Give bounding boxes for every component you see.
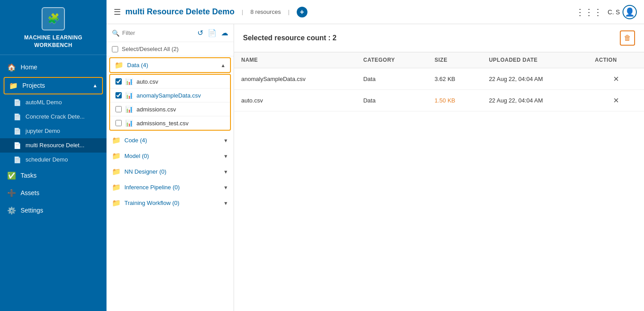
remove-button[interactable]: ✕: [595, 75, 637, 83]
concrete-label: Concrete Crack Dete...: [26, 113, 85, 120]
user-avatar[interactable]: 👤: [623, 5, 637, 19]
list-item: 📊 admissions_test.csv: [110, 116, 230, 130]
cell-date: 22 Aug 22, 04:04 AM: [482, 68, 588, 90]
sidebar: 🧩 MACHINE LEARNING WORKBENCH 🏠 Home 📁 Pr…: [0, 0, 107, 311]
sidebar-home-label: Home: [21, 64, 37, 71]
upload-file-icon[interactable]: 📄: [208, 29, 217, 37]
table-row: anomalySampleData.csv Data 3.62 KB 22 Au…: [234, 68, 644, 90]
sidebar-item-settings[interactable]: ⚙️ Settings: [0, 202, 107, 219]
file-name-auto: auto.csv: [136, 78, 225, 85]
file-list: 📁 Data (4) ▲ 📊 auto.csv 📊 anomalySampleD…: [107, 56, 234, 311]
doc-icon: 📄: [13, 156, 21, 163]
category-header-data[interactable]: 📁 Data (4) ▲: [109, 57, 231, 73]
doc-icon: 📄: [13, 142, 21, 149]
cell-action: ✕: [588, 90, 644, 111]
menu-icon[interactable]: ☰: [114, 7, 121, 17]
projects-icon: 📁: [9, 81, 18, 90]
col-category: CATEGORY: [356, 52, 427, 68]
list-item: 📊 anomalySampleData.csv: [110, 89, 230, 102]
nn-designer-category-label: NN Designer (0): [124, 168, 166, 175]
file-checkbox-admissions[interactable]: [115, 106, 122, 112]
select-all-checkbox[interactable]: [112, 46, 118, 52]
delete-button[interactable]: 🗑: [620, 30, 635, 46]
tasks-icon: ✅: [7, 171, 16, 180]
sidebar-item-concrete[interactable]: 📄 Concrete Crack Dete...: [0, 110, 107, 124]
folder-icon: 📁: [112, 136, 121, 145]
tasks-label: Tasks: [21, 172, 37, 179]
cell-category: Data: [356, 90, 427, 111]
right-panel: Selected resource count : 2 🗑 NAME CATEG…: [234, 24, 644, 311]
select-all-row: Select/Deselect All (2): [107, 42, 234, 56]
grid-icon[interactable]: ⋮⋮⋮: [576, 7, 602, 17]
file-icon: 📊: [125, 106, 133, 113]
filter-input[interactable]: [122, 30, 193, 36]
col-action: ACTION: [588, 52, 644, 68]
assets-icon: ➕: [7, 189, 16, 197]
table-container: NAME CATEGORY SIZE UPLOADED DATE ACTION …: [234, 52, 644, 311]
sidebar-item-projects[interactable]: 📁 Projects ▲: [4, 77, 103, 94]
automl-label: autoML Demo: [26, 99, 62, 106]
table-body: anomalySampleData.csv Data 3.62 KB 22 Au…: [234, 68, 644, 111]
category-header-code[interactable]: 📁 Code (4) ▼: [107, 132, 234, 148]
file-icon: 📊: [125, 78, 133, 85]
sidebar-item-home[interactable]: 🏠 Home: [0, 59, 107, 76]
table-header-row: NAME CATEGORY SIZE UPLOADED DATE ACTION: [234, 52, 644, 68]
jupyter-label: jupyter Demo: [26, 128, 60, 134]
training-workflow-category-label: Training Workflow (0): [124, 200, 179, 206]
brand-title: MACHINE LEARNING WORKBENCH: [24, 34, 82, 49]
divider2: |: [288, 9, 289, 15]
divider: |: [242, 9, 243, 15]
col-name: NAME: [234, 52, 356, 68]
file-name-admissions-test: admissions_test.csv: [136, 120, 225, 127]
topbar: ☰ multi Resource Delete Demo | 8 resourc…: [107, 0, 644, 24]
category-header-inference[interactable]: 📁 Inference Pipeline (0) ▼: [107, 179, 234, 195]
inference-category-label: Inference Pipeline (0): [124, 184, 180, 191]
brand-area: 🧩 MACHINE LEARNING WORKBENCH: [0, 0, 107, 55]
sidebar-item-automl[interactable]: 📄 autoML Demo: [0, 95, 107, 110]
doc-icon: 📄: [13, 99, 21, 106]
cell-name: anomalySampleData.csv: [234, 68, 356, 90]
add-resource-button[interactable]: +: [297, 7, 307, 17]
folder-icon: 📁: [112, 183, 121, 192]
folder-icon: 📁: [112, 167, 121, 176]
category-header-nn-designer[interactable]: 📁 NN Designer (0) ▼: [107, 164, 234, 179]
sidebar-item-tasks[interactable]: ✅ Tasks: [0, 167, 107, 184]
training-workflow-chevron-icon: ▼: [223, 200, 228, 206]
file-checkbox-admissions-test[interactable]: [115, 120, 122, 126]
main-area: ☰ multi Resource Delete Demo | 8 resourc…: [107, 0, 644, 311]
user-initials: C. S: [608, 9, 620, 16]
category-header-training-workflow[interactable]: 📁 Training Workflow (0) ▼: [107, 195, 234, 211]
upload-cloud-icon[interactable]: ☁: [221, 29, 228, 37]
sidebar-item-assets[interactable]: ➕ Assets: [0, 184, 107, 202]
sidebar-item-multi[interactable]: 📄 multi Resource Delet...: [0, 138, 107, 153]
cell-action: ✕: [588, 68, 644, 90]
select-all-label: Select/Deselect All (2): [122, 46, 179, 52]
data-chevron-icon: ▲: [221, 63, 226, 68]
brand-icon: 🧩: [42, 7, 65, 30]
model-chevron-icon: ▼: [223, 153, 228, 159]
folder-icon: 📁: [115, 61, 124, 69]
refresh-icon[interactable]: ↺: [197, 29, 203, 37]
assets-label: Assets: [21, 189, 39, 196]
file-checkbox-anomaly[interactable]: [115, 92, 122, 98]
trash-icon: 🗑: [624, 34, 631, 42]
content-area: 🔍 ↺ 📄 ☁ Select/Deselect All (2) 📁 Data (…: [107, 24, 644, 311]
sidebar-item-scheduler[interactable]: 📄 scheduler Demo: [0, 153, 107, 167]
selected-header: Selected resource count : 2 🗑: [234, 24, 644, 52]
selected-count: Selected resource count : 2: [243, 34, 620, 42]
file-name-anomaly: anomalySampleData.csv: [136, 92, 225, 99]
file-icon: 📊: [125, 119, 133, 127]
user-info: C. S 👤: [608, 5, 637, 19]
table-row: auto.csv Data 1.50 KB 22 Aug 22, 04:04 A…: [234, 90, 644, 111]
remove-button[interactable]: ✕: [595, 96, 637, 105]
sidebar-nav: 🏠 Home 📁 Projects ▲ 📄 autoML Demo 📄 Conc…: [0, 55, 107, 311]
file-checkbox-auto[interactable]: [115, 78, 122, 85]
cell-name: auto.csv: [234, 90, 356, 111]
projects-sub-nav: 📄 autoML Demo 📄 Concrete Crack Dete... 📄…: [0, 95, 107, 167]
model-category-label: Model (0): [124, 153, 149, 159]
category-header-model[interactable]: 📁 Model (0) ▼: [107, 148, 234, 164]
sidebar-projects-label: Projects: [22, 82, 45, 89]
search-icon: 🔍: [112, 30, 119, 37]
sidebar-item-jupyter[interactable]: 📄 jupyter Demo: [0, 124, 107, 138]
col-size: SIZE: [427, 52, 482, 68]
